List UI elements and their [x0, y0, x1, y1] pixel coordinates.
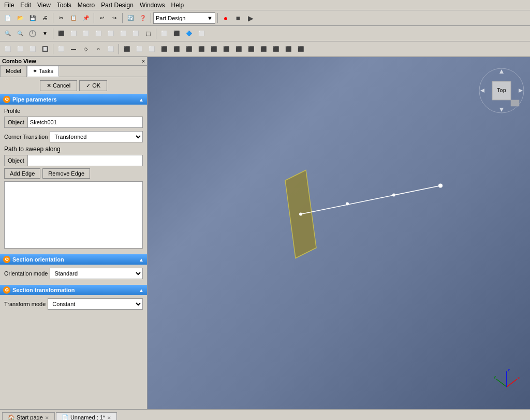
pipe-parameters-collapse-btn[interactable]: ▲ [139, 97, 144, 103]
print-btn[interactable]: 🖨 [39, 12, 51, 24]
edge-list[interactable] [4, 181, 143, 249]
tb3-btn7[interactable]: ◇ [80, 44, 92, 55]
view-top[interactable]: ⬜ [117, 28, 129, 39]
add-edge-button[interactable]: Add Edge [4, 168, 40, 179]
view-back[interactable]: ⬜ [80, 28, 92, 39]
view-3d[interactable]: ⬛ [55, 28, 67, 39]
transform-mode-select[interactable]: Constant Multisection [48, 298, 143, 310]
tb2-btn2[interactable]: 🔍 [14, 28, 26, 39]
tb3-btn18[interactable]: ⬛ [220, 44, 232, 55]
view-right[interactable]: ⬜ [105, 28, 116, 39]
refresh-btn[interactable]: 🔄 [125, 12, 136, 24]
record-btn[interactable]: ● [220, 12, 231, 24]
new-file-btn[interactable]: 📄 [2, 12, 13, 24]
shape-svg [254, 155, 461, 310]
tb3-btn15[interactable]: ⬛ [183, 44, 195, 55]
bottom-tab-start-page[interactable]: 🏠 Start page ✕ [2, 412, 55, 420]
tb2-btn3[interactable] [27, 28, 38, 39]
save-btn[interactable]: 💾 [27, 12, 38, 24]
menu-tools[interactable]: Tools [54, 1, 75, 10]
stop-btn[interactable]: ■ [232, 12, 244, 24]
view-left[interactable]: ⬜ [93, 28, 104, 39]
tb2-dropdown[interactable]: ▼ [39, 28, 51, 39]
open-file-btn[interactable]: 📂 [14, 12, 26, 24]
tb3-btn2[interactable]: ⬜ [14, 44, 26, 55]
remove-edge-button[interactable]: Remove Edge [42, 168, 90, 179]
play-btn[interactable]: ▶ [245, 12, 256, 24]
section-orientation-collapse-btn[interactable]: ▲ [139, 257, 144, 263]
tb3-btn21[interactable]: ⬛ [258, 44, 269, 55]
svg-line-16 [507, 379, 517, 387]
menu-file[interactable]: File [1, 1, 17, 10]
view-iso[interactable]: ⬚ [142, 28, 154, 39]
view-bottom[interactable]: ⬜ [130, 28, 141, 39]
tb3-btn3[interactable]: ⬜ [27, 44, 38, 55]
menu-edit[interactable]: Edit [17, 1, 34, 10]
tab-model[interactable]: Model [0, 66, 27, 77]
bottom-tab-unnamed[interactable]: 📄 Unnamed : 1* ✕ [56, 412, 117, 420]
pipe-parameters-icon: ⚙ Pipe parameters [3, 96, 57, 103]
svg-marker-4 [499, 108, 504, 112]
tb3-btn5[interactable]: ⬜ [55, 44, 67, 55]
tb3-btn9[interactable]: ⬜ [105, 44, 116, 55]
tb3-btn13[interactable]: ⬛ [158, 44, 170, 55]
tb3-btn4[interactable]: 🔲 [39, 44, 51, 55]
tb3-btn22[interactable]: ⬛ [270, 44, 282, 55]
tb3-btn14[interactable]: ⬛ [171, 44, 182, 55]
tb3-btn12[interactable]: ⬜ [146, 44, 157, 55]
start-page-tab-close[interactable]: ✕ [45, 415, 49, 421]
tb3-btn24[interactable]: ⬛ [295, 44, 306, 55]
menu-view[interactable]: View [34, 1, 54, 10]
tb3-btn16[interactable]: ⬛ [196, 44, 207, 55]
section-transformation-section: ⚙ Section transformation ▲ Transform mod… [0, 285, 147, 315]
view-flat[interactable]: 🔷 [183, 28, 195, 39]
tb3-btn6[interactable]: — [68, 44, 79, 55]
tb2-btn1[interactable]: 🔍 [2, 28, 13, 39]
sep3 [122, 13, 123, 23]
menu-windows[interactable]: Windows [137, 1, 168, 10]
cut-btn[interactable]: ✂ [55, 12, 67, 24]
unnamed-tab-close[interactable]: ✕ [107, 415, 111, 421]
tb3-btn11[interactable]: ⬜ [134, 44, 145, 55]
path-object-input[interactable] [28, 155, 143, 166]
view-wireframe[interactable]: ⬜ [158, 28, 170, 39]
cancel-button[interactable]: ✕ Cancel [40, 80, 77, 91]
paste-btn[interactable]: 📌 [80, 12, 92, 24]
redo-btn[interactable]: ↪ [109, 12, 120, 24]
part-design-label: Part Design [156, 15, 185, 21]
menu-part-design[interactable]: Part Design [98, 1, 137, 10]
profile-row: Profile [4, 108, 143, 114]
help-btn[interactable]: ❓ [137, 12, 149, 24]
viewport[interactable]: Top x y [148, 57, 530, 409]
ok-button[interactable]: ✓ OK [79, 80, 107, 91]
view-front[interactable]: ⬜ [68, 28, 79, 39]
svg-text:z: z [508, 368, 510, 372]
sep5 [217, 13, 218, 23]
orientation-mode-select[interactable]: Standard Fixed Frenet Auxiliary Binormal [50, 268, 143, 279]
menu-help[interactable]: Help [168, 1, 187, 10]
section-transformation-collapse-btn[interactable]: ▲ [139, 287, 144, 293]
copy-btn[interactable]: 📋 [68, 12, 79, 24]
svg-rect-9 [511, 100, 519, 106]
nav-cube[interactable]: Top [478, 67, 520, 109]
tb3-btn23[interactable]: ⬛ [283, 44, 294, 55]
part-design-dropdown[interactable]: Part Design ▼ [153, 12, 215, 24]
svg-point-13 [346, 202, 349, 206]
profile-object-input[interactable] [28, 117, 143, 128]
corner-transition-select[interactable]: Transformed Right corner Round corner [50, 131, 143, 142]
view-solid[interactable]: ⬛ [171, 28, 182, 39]
tb3-btn20[interactable]: ⬛ [245, 44, 257, 55]
combo-view-close-btn[interactable]: × [142, 59, 145, 64]
tb3-btn17[interactable]: ⬛ [208, 44, 219, 55]
menu-macro[interactable]: Macro [75, 1, 98, 10]
tb3-btn1[interactable]: ⬜ [2, 44, 13, 55]
tb3-btn19[interactable]: ⬛ [233, 44, 244, 55]
view-shaded[interactable]: ⬜ [196, 28, 207, 39]
path-label: Path to sweep along [4, 146, 61, 153]
tb3-btn10[interactable]: ⬛ [121, 44, 132, 55]
action-buttons-row: ✕ Cancel ✓ OK [0, 77, 147, 94]
undo-btn[interactable]: ↩ [96, 12, 108, 24]
section-transformation-form: Transform mode Constant Multisection [0, 295, 147, 315]
tb3-btn8[interactable]: ○ [93, 44, 104, 55]
tab-tasks[interactable]: ✦ Tasks [27, 66, 59, 77]
